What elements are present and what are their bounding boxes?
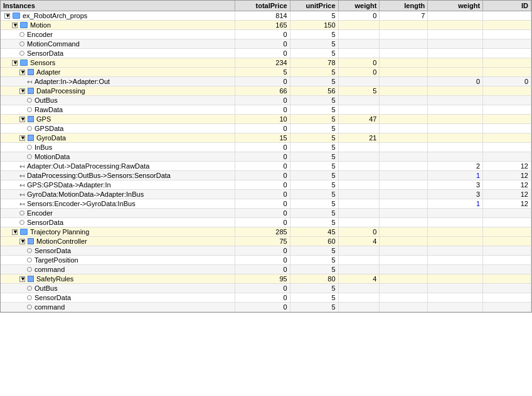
circle-in-icon bbox=[19, 51, 24, 56]
cell-name: command bbox=[1, 265, 235, 274]
cell-length bbox=[380, 303, 428, 312]
cell-name: SensorData bbox=[1, 218, 235, 227]
expand-icon[interactable]: ▼ bbox=[19, 276, 25, 282]
cell-weight bbox=[338, 49, 380, 58]
cell-unitPrice: 150 bbox=[290, 21, 338, 30]
connector-icon: ↤ bbox=[19, 172, 24, 179]
cell-id: 12 bbox=[483, 199, 531, 209]
row-label: Encoder bbox=[27, 31, 53, 38]
cell-weight2 bbox=[428, 209, 483, 218]
cell-totalPrice: 0 bbox=[235, 218, 290, 227]
cell-length bbox=[380, 237, 428, 246]
cell-unitPrice: 5 bbox=[290, 11, 338, 21]
cell-weight bbox=[338, 199, 380, 209]
cell-totalPrice: 0 bbox=[235, 303, 290, 312]
row-label: MotionController bbox=[36, 237, 87, 245]
cell-weight2 bbox=[428, 246, 483, 256]
table-row: SensorData05 bbox=[1, 293, 531, 303]
table-row: ▼Adapter550 bbox=[1, 68, 531, 77]
col-header-id: ID bbox=[483, 1, 531, 11]
cell-name: ↤Sensors:Encoder->GyroData:InBus bbox=[1, 199, 235, 209]
circle-in-icon bbox=[27, 145, 32, 150]
cell-weight2: 3 bbox=[428, 180, 483, 190]
cell-unitPrice: 5 bbox=[290, 39, 338, 49]
table-row: ▼SafetyRules95804 bbox=[1, 274, 531, 284]
cell-unitPrice: 5 bbox=[290, 162, 338, 171]
cell-totalPrice: 0 bbox=[235, 162, 290, 171]
cell-weight bbox=[338, 124, 380, 133]
cell-weight2 bbox=[428, 68, 483, 77]
cell-unitPrice: 5 bbox=[290, 303, 338, 312]
cell-name: InBus bbox=[1, 143, 235, 152]
cell-id: 12 bbox=[483, 171, 531, 180]
row-label: ex_RobotArch_props bbox=[23, 12, 87, 19]
cell-weight bbox=[338, 39, 380, 49]
cell-weight bbox=[338, 265, 380, 274]
cell-totalPrice: 0 bbox=[235, 293, 290, 303]
table-row: ↤Sensors:Encoder->GyroData:InBus05112 bbox=[1, 199, 531, 209]
expand-icon[interactable]: ▼ bbox=[12, 60, 18, 66]
expand-icon[interactable]: ▼ bbox=[19, 70, 25, 75]
folder-icon bbox=[20, 22, 28, 28]
expand-icon[interactable]: ▼ bbox=[12, 229, 18, 235]
cell-id bbox=[483, 96, 531, 105]
cell-unitPrice: 5 bbox=[290, 143, 338, 152]
main-table-container: Instances totalPrice unitPrice weight le… bbox=[0, 0, 532, 313]
cell-weight2 bbox=[428, 124, 483, 133]
table-row: ↤GPS:GPSData->Adapter:In05312 bbox=[1, 180, 531, 190]
cell-id bbox=[483, 86, 531, 96]
cell-weight: 0 bbox=[338, 68, 380, 77]
cell-totalPrice: 0 bbox=[235, 152, 290, 162]
row-label: MotionData bbox=[35, 153, 70, 160]
cell-length bbox=[380, 293, 428, 303]
cell-id bbox=[483, 209, 531, 218]
table-body: ▼ex_RobotArch_props814507▼Motion165150En… bbox=[1, 11, 531, 312]
cell-weight bbox=[338, 171, 380, 180]
cell-name: SensorData bbox=[1, 293, 235, 303]
block-icon bbox=[28, 116, 34, 122]
cell-length bbox=[380, 246, 428, 256]
table-row: OutBus05 bbox=[1, 284, 531, 293]
cell-totalPrice: 285 bbox=[235, 227, 290, 237]
cell-totalPrice: 10 bbox=[235, 115, 290, 124]
col-header-weight: weight bbox=[338, 1, 380, 11]
cell-weight bbox=[338, 246, 380, 256]
cell-weight2 bbox=[428, 256, 483, 265]
cell-weight bbox=[338, 190, 380, 199]
cell-weight: 4 bbox=[338, 274, 380, 284]
circle-out-icon bbox=[27, 267, 32, 272]
cell-totalPrice: 0 bbox=[235, 171, 290, 180]
expand-icon[interactable]: ▼ bbox=[19, 135, 25, 141]
expand-icon[interactable]: ▼ bbox=[12, 23, 18, 28]
circle-out-icon bbox=[27, 286, 32, 291]
row-label: SensorData bbox=[35, 294, 71, 301]
cell-length bbox=[380, 199, 428, 209]
table-row: MotionCommand05 bbox=[1, 39, 531, 49]
cell-name: ▼Sensors bbox=[1, 58, 235, 68]
cell-unitPrice: 5 bbox=[290, 171, 338, 180]
expand-icon[interactable]: ▼ bbox=[19, 239, 25, 244]
expand-icon[interactable]: ▼ bbox=[4, 13, 10, 19]
cell-weight2 bbox=[428, 303, 483, 312]
expand-icon[interactable]: ▼ bbox=[19, 88, 25, 94]
cell-length bbox=[380, 218, 428, 227]
cell-weight2 bbox=[428, 49, 483, 58]
cell-id bbox=[483, 227, 531, 237]
table-row: ▼Trajectory Planning285450 bbox=[1, 227, 531, 237]
block-icon bbox=[28, 69, 34, 75]
cell-weight2 bbox=[428, 30, 483, 39]
cell-totalPrice: 0 bbox=[235, 246, 290, 256]
cell-unitPrice: 5 bbox=[290, 293, 338, 303]
cell-id bbox=[483, 105, 531, 115]
cell-name: ▼Adapter bbox=[1, 68, 235, 77]
cell-unitPrice: 5 bbox=[290, 190, 338, 199]
cell-length bbox=[380, 86, 428, 96]
folder-icon bbox=[20, 229, 28, 235]
cell-totalPrice: 0 bbox=[235, 209, 290, 218]
cell-length bbox=[380, 209, 428, 218]
cell-weight bbox=[338, 256, 380, 265]
cell-unitPrice: 5 bbox=[290, 30, 338, 39]
expand-icon[interactable]: ▼ bbox=[19, 117, 25, 122]
table-row: ▼ex_RobotArch_props814507 bbox=[1, 11, 531, 21]
cell-id bbox=[483, 58, 531, 68]
